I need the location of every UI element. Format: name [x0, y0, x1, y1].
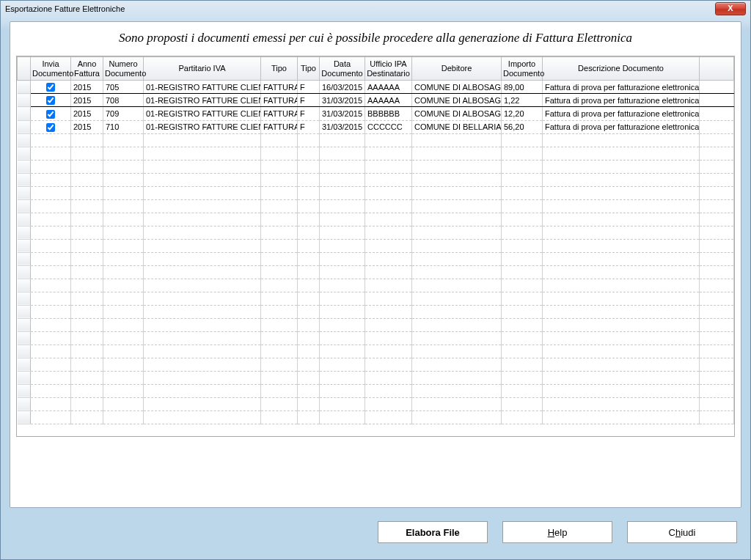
- cell-date: [320, 305, 365, 318]
- cell-date[interactable]: 31/03/2015: [320, 120, 365, 133]
- send-checkbox[interactable]: [46, 83, 55, 92]
- cell-date[interactable]: 31/03/2015: [320, 94, 365, 107]
- send-checkbox[interactable]: [46, 110, 55, 119]
- cell-imp[interactable]: 56,20: [502, 120, 543, 133]
- elabora-file-button[interactable]: Elabora File: [378, 521, 488, 543]
- cell-deb: [412, 226, 502, 239]
- cell-part: [144, 226, 261, 239]
- cell-num[interactable]: 705: [103, 81, 144, 94]
- cell-send[interactable]: [31, 107, 71, 120]
- cell-ipa[interactable]: CCCCCC: [365, 120, 412, 133]
- cell-imp: [502, 147, 543, 160]
- cell-year[interactable]: 2015: [71, 120, 103, 133]
- cell-desc[interactable]: Fattura di prova per fatturazione elettr…: [543, 120, 700, 133]
- cell-part[interactable]: 01-REGISTRO FATTURE CLIENTI: [144, 81, 261, 94]
- cell-ipa: [365, 292, 412, 305]
- cell-year: [71, 239, 103, 252]
- cell-tipo: [261, 186, 298, 199]
- cell-num: [103, 410, 144, 424]
- row-header: [18, 292, 31, 305]
- cell-date[interactable]: 31/03/2015: [320, 107, 365, 120]
- col-imp[interactable]: Importo Documento: [502, 57, 543, 81]
- cell-deb: [412, 173, 502, 186]
- cell-ipa[interactable]: AAAAAA: [365, 94, 412, 107]
- cell-desc[interactable]: Fattura di prova per fatturazione elettr…: [543, 81, 700, 94]
- send-checkbox[interactable]: [46, 96, 55, 105]
- close-button[interactable]: X: [715, 2, 746, 15]
- table-row[interactable]: 201570801-REGISTRO FATTURE CLIENTIFATTUR…: [18, 94, 734, 107]
- cell-tipo2[interactable]: F: [298, 120, 320, 133]
- col-part[interactable]: Partitario IVA: [144, 57, 261, 81]
- cell-tipo2: [298, 331, 320, 345]
- cell-year[interactable]: 2015: [71, 107, 103, 120]
- cell-tipo2[interactable]: F: [298, 81, 320, 94]
- cell-send[interactable]: [31, 120, 71, 133]
- help-button[interactable]: Help: [502, 521, 612, 543]
- col-num[interactable]: Numero Documento: [103, 57, 144, 81]
- cell-ipa: [365, 160, 412, 173]
- cell-deb: [412, 318, 502, 331]
- col-send[interactable]: Invia Documento: [31, 57, 71, 81]
- table-row: [18, 239, 734, 252]
- cell-year[interactable]: 2015: [71, 94, 103, 107]
- col-tipo2[interactable]: Tipo: [298, 57, 320, 81]
- table-row[interactable]: 201571001-REGISTRO FATTURE CLIENTIFATTUR…: [18, 120, 734, 133]
- cell-num[interactable]: 709: [103, 107, 144, 120]
- cell-deb[interactable]: COMUNE DI ALBOSAGGIA: [412, 107, 502, 120]
- cell-tipo[interactable]: FATTURA: [261, 94, 298, 107]
- cell-date: [320, 345, 365, 358]
- invoice-grid[interactable]: Invia Documento Anno Fattura Numero Docu…: [16, 56, 735, 437]
- cell-send[interactable]: [31, 81, 71, 94]
- row-header: [18, 107, 31, 120]
- cell-tail: [700, 160, 734, 173]
- table-row: [18, 397, 734, 410]
- chiudi-button[interactable]: Chiudi: [627, 521, 737, 543]
- cell-imp[interactable]: 89,00: [502, 81, 543, 94]
- cell-tipo: [261, 133, 298, 147]
- dialog-window: Esportazione Fatture Elettroniche X Sono…: [0, 0, 751, 560]
- cell-part[interactable]: 01-REGISTRO FATTURE CLIENTI: [144, 107, 261, 120]
- cell-imp[interactable]: 12,20: [502, 107, 543, 120]
- cell-tail: [700, 226, 734, 239]
- cell-tipo2: [298, 213, 320, 226]
- cell-deb[interactable]: COMUNE DI ALBOSAGGIA: [412, 94, 502, 107]
- cell-tipo[interactable]: FATTURA: [261, 107, 298, 120]
- col-date[interactable]: Data Documento: [320, 57, 365, 81]
- cell-deb[interactable]: COMUNE DI ALBOSAGGIA: [412, 81, 502, 94]
- cell-deb[interactable]: COMUNE DI BELLARIA: [412, 120, 502, 133]
- cell-tipo[interactable]: FATTURA: [261, 81, 298, 94]
- cell-tipo: [261, 410, 298, 424]
- cell-ipa[interactable]: AAAAAA: [365, 81, 412, 94]
- cell-num[interactable]: 710: [103, 120, 144, 133]
- cell-num[interactable]: 708: [103, 94, 144, 107]
- cell-year[interactable]: 2015: [71, 81, 103, 94]
- cell-tipo[interactable]: FATTURA: [261, 120, 298, 133]
- cell-send[interactable]: [31, 94, 71, 107]
- cell-tipo2[interactable]: F: [298, 107, 320, 120]
- col-deb[interactable]: Debitore: [412, 57, 502, 81]
- cell-tipo2[interactable]: F: [298, 94, 320, 107]
- cell-send: [31, 199, 71, 213]
- row-header: [18, 318, 31, 331]
- cell-date[interactable]: 16/03/2015: [320, 81, 365, 94]
- cell-desc[interactable]: Fattura di prova per fatturazione elettr…: [543, 107, 700, 120]
- cell-part[interactable]: 01-REGISTRO FATTURE CLIENTI: [144, 120, 261, 133]
- cell-ipa: [365, 358, 412, 371]
- cell-desc: [543, 252, 700, 265]
- table-row[interactable]: 201570501-REGISTRO FATTURE CLIENTIFATTUR…: [18, 81, 734, 94]
- col-year[interactable]: Anno Fattura: [71, 57, 103, 81]
- cell-part[interactable]: 01-REGISTRO FATTURE CLIENTI: [144, 94, 261, 107]
- cell-imp[interactable]: 1,22: [502, 94, 543, 107]
- cell-part: [144, 133, 261, 147]
- col-desc[interactable]: Descrizione Documento: [543, 57, 700, 81]
- cell-num: [103, 173, 144, 186]
- cell-desc[interactable]: Fattura di prova per fatturazione elettr…: [543, 94, 700, 107]
- cell-tipo: [261, 226, 298, 239]
- cell-deb: [412, 147, 502, 160]
- cell-ipa[interactable]: BBBBBB: [365, 107, 412, 120]
- send-checkbox[interactable]: [46, 123, 55, 132]
- col-tipo[interactable]: Tipo: [261, 57, 298, 81]
- table-row[interactable]: 201570901-REGISTRO FATTURE CLIENTIFATTUR…: [18, 107, 734, 120]
- cell-date: [320, 318, 365, 331]
- col-ipa[interactable]: Ufficio IPA Destinatario: [365, 57, 412, 81]
